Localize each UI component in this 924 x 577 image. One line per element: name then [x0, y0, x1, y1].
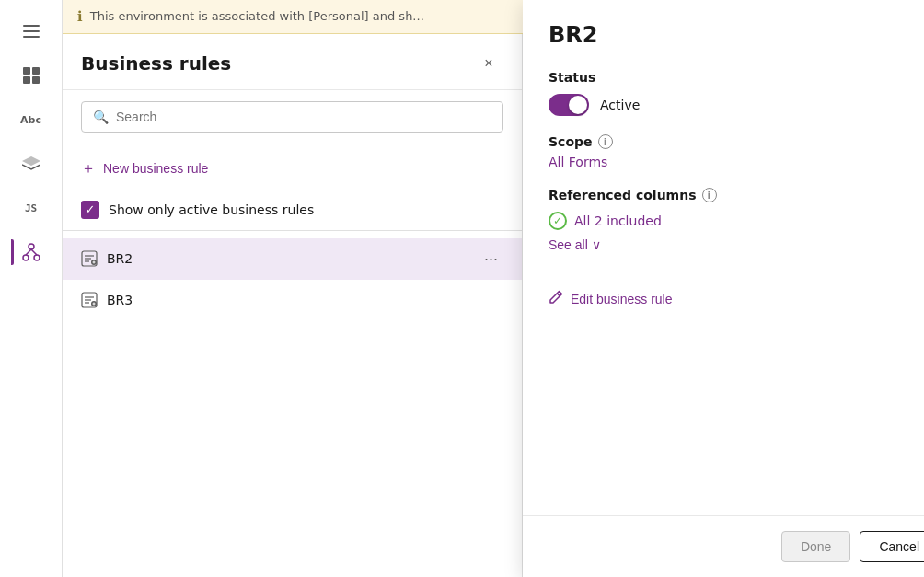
svg-rect-5 [23, 76, 30, 84]
svg-line-11 [31, 249, 37, 255]
text-abc-icon[interactable]: Abc [11, 99, 52, 140]
sidebar: Abc JS [0, 0, 63, 577]
main-content: ℹ This environment is associated with [P… [63, 0, 924, 577]
info-circle-icon: ℹ [77, 8, 83, 25]
rule-name-br2: BR2 [107, 251, 479, 266]
rule-item-br2[interactable]: BR2 ··· [63, 238, 522, 280]
svg-rect-3 [23, 67, 30, 75]
new-business-rule-button[interactable]: ＋ New business rule [81, 156, 208, 182]
scope-value: All Forms [549, 155, 924, 169]
svg-rect-2 [23, 36, 40, 38]
detail-content: BR2 Status Active Scope i All Forms [523, 0, 924, 515]
business-rule-icon [81, 250, 98, 267]
edit-business-rule-button[interactable]: Edit business rule [549, 286, 673, 311]
panel-actions: ＋ New business rule [63, 144, 522, 193]
search-container: 🔍 [63, 90, 522, 144]
info-banner-text: This environment is associated with [Per… [90, 9, 424, 23]
status-toggle[interactable] [549, 94, 589, 116]
status-label: Status [549, 70, 924, 85]
diagram-icon[interactable] [11, 232, 52, 272]
see-all-button[interactable]: See all ∨ [549, 237, 601, 252]
chevron-down-icon: ∨ [592, 237, 601, 252]
search-icon: 🔍 [93, 110, 109, 124]
status-value: Active [600, 98, 640, 112]
business-rule-icon-br3 [81, 292, 98, 308]
panel-header: Business rules × [63, 34, 522, 90]
js-icon[interactable]: JS [11, 188, 52, 228]
see-all-label: See all [549, 237, 588, 252]
svg-point-8 [23, 255, 29, 260]
svg-line-10 [26, 249, 31, 255]
layers-icon[interactable] [11, 144, 52, 184]
toggle-row: Active [549, 94, 924, 116]
filter-label: Show only active business rules [109, 202, 314, 217]
business-rules-panel: Business rules × 🔍 ＋ New business rule ✓… [63, 34, 523, 577]
scope-label: Scope i [549, 134, 924, 149]
rule-menu-button-br2[interactable]: ··· [479, 248, 503, 271]
svg-point-9 [34, 255, 40, 260]
hamburger-menu-icon[interactable] [11, 11, 52, 52]
checkmark-icon: ✓ [86, 203, 96, 215]
close-button[interactable]: × [474, 49, 503, 78]
pencil-icon [549, 290, 563, 307]
divider [549, 271, 924, 271]
ref-columns-info-icon[interactable]: i [702, 188, 717, 202]
ref-included-row: ✓ All 2 included [549, 212, 924, 230]
search-box: 🔍 [81, 101, 503, 133]
svg-point-7 [29, 244, 34, 249]
detail-title: BR2 [549, 22, 924, 48]
done-button[interactable]: Done [781, 531, 850, 562]
check-circle-icon: ✓ [549, 212, 567, 230]
svg-line-26 [557, 294, 560, 297]
rules-list: BR2 ··· BR3 ··· [63, 231, 522, 577]
grid-icon[interactable] [11, 55, 52, 96]
active-filter-checkbox[interactable]: ✓ [81, 201, 99, 219]
detail-panel: BR2 Status Active Scope i All Forms [523, 0, 924, 577]
svg-rect-6 [32, 76, 40, 84]
rule-name-br3: BR3 [107, 293, 479, 307]
ref-columns-label: Referenced columns i [549, 188, 924, 202]
search-input[interactable] [116, 110, 491, 124]
filter-row: ✓ Show only active business rules [63, 193, 522, 231]
cancel-button[interactable]: Cancel [860, 531, 924, 562]
svg-rect-1 [23, 30, 40, 32]
svg-rect-4 [32, 67, 40, 75]
scope-info-icon[interactable]: i [598, 134, 613, 149]
ref-included-text: All 2 included [574, 213, 662, 228]
status-section: Status Active [549, 70, 924, 116]
detail-footer: Done Cancel [523, 515, 924, 577]
plus-icon: ＋ [81, 159, 96, 179]
toggle-knob [569, 96, 587, 114]
panel-title: Business rules [81, 52, 231, 75]
edit-rule-label: Edit business rule [571, 292, 673, 306]
ref-columns-section: Referenced columns i ✓ All 2 included Se… [549, 188, 924, 252]
scope-section: Scope i All Forms [549, 134, 924, 169]
rule-item-br3[interactable]: BR3 ··· [63, 280, 522, 321]
svg-rect-0 [23, 25, 40, 27]
new-rule-label: New business rule [103, 161, 208, 176]
